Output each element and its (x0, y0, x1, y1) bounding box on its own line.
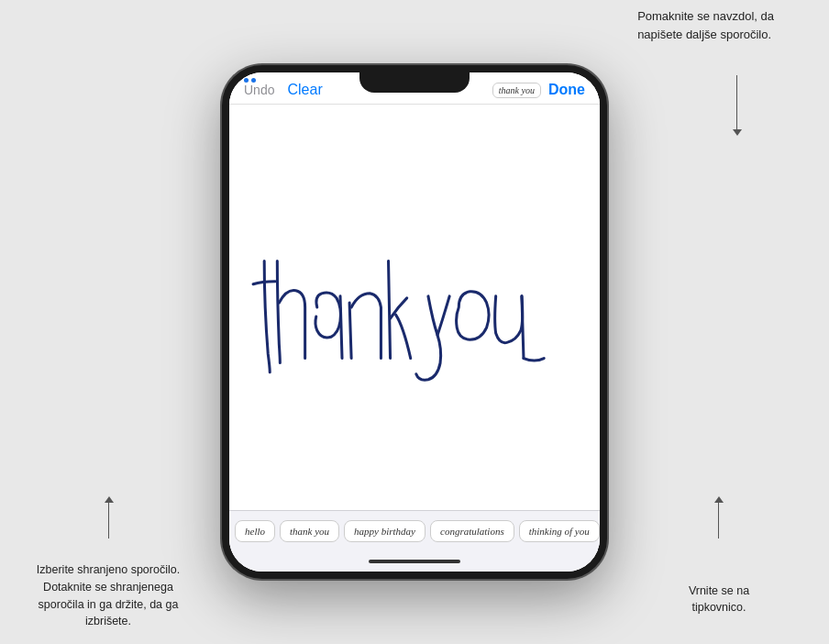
notch (359, 72, 470, 93)
done-button[interactable]: Done (548, 82, 585, 98)
home-indicator (229, 551, 600, 572)
suggestion-happy-birthday[interactable]: happy birthday (344, 520, 426, 542)
clear-button[interactable]: Clear (287, 82, 322, 98)
handwriting-canvas (248, 215, 581, 400)
annotation-bottom-right: Vrnite se natipkovnico. (659, 583, 779, 617)
scene: Pomaknite se navzdol, danapišete daljše … (0, 0, 829, 644)
screen: Undo Clear thank you Done (229, 72, 600, 572)
status-dots (244, 78, 256, 83)
status-dot-1 (244, 78, 249, 83)
annotation-top-right: Pomaknite se navzdol, danapišete daljše … (637, 7, 774, 43)
annotation-bottom-left: Izberite shranjeno sporočilo. Dotaknite … (17, 561, 200, 630)
status-dot-2 (251, 78, 256, 83)
topbar-left: Undo Clear (244, 82, 323, 98)
phone-frame: › Undo Clear thank you Done (222, 65, 607, 579)
suggestion-thinking-of-you[interactable]: thinking of you (519, 520, 600, 542)
drawing-area[interactable] (229, 105, 600, 510)
undo-button[interactable]: Undo (244, 83, 274, 97)
suggestion-thank-you[interactable]: thank you (280, 520, 339, 542)
topbar-right: thank you Done (492, 82, 585, 98)
home-bar (369, 560, 460, 563)
arrow-bottom-left (108, 502, 109, 539)
arrow-bottom-right (718, 502, 719, 539)
suggestion-congratulations[interactable]: congratulations (430, 520, 514, 542)
arrow-top-right (736, 75, 737, 130)
suggestions-bar: hello thank you happy birthday congratul… (229, 510, 600, 551)
suggestion-hello[interactable]: hello (235, 520, 275, 542)
preview-chip: thank you (492, 83, 541, 98)
side-button[interactable]: › (606, 297, 607, 343)
